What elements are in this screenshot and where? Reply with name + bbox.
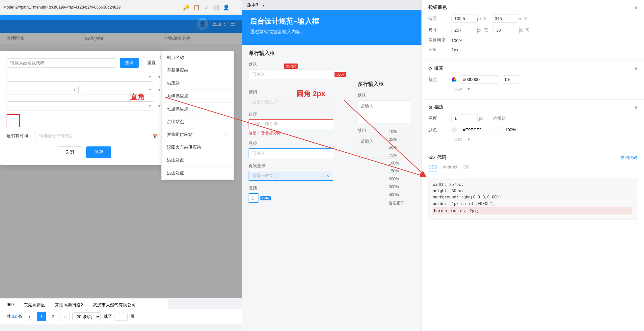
error-input[interactable]: 这是一段文字 — [249, 119, 333, 129]
height-unit: px — [519, 28, 523, 33]
select-1[interactable] — [7, 72, 154, 82]
opacity-25[interactable]: 25% — [387, 136, 407, 143]
fit-window[interactable]: 合适窗口 — [387, 199, 407, 207]
dropdown-item-2[interactable]: 供应站 — [162, 77, 233, 90]
opacity-row: 不透明度 100% — [428, 38, 637, 43]
border-color-label: 颜色 — [428, 127, 448, 133]
dropdown-item-3[interactable]: 九峰供应点 — [162, 90, 233, 103]
pos-x-input[interactable] — [451, 14, 478, 23]
star-icon[interactable]: ☆ — [204, 4, 208, 11]
jump-input[interactable] — [115, 313, 128, 321]
prev-page-btn[interactable]: ‹ — [25, 312, 34, 321]
opacity-100[interactable]: 100% — [387, 160, 407, 166]
fill-color-swatch[interactable] — [451, 77, 457, 82]
re-hover-input[interactable]: 这是一段文字 ✕ — [249, 171, 333, 181]
fill-format-row: HEX ▼ — [428, 87, 637, 91]
fill-color-label: 颜色 — [428, 77, 448, 83]
design-header: 后台设计规范–输入框 通过鼠标或键盘输入内容。 — [242, 10, 421, 45]
form-row-2: ▼ — [7, 85, 161, 94]
design-subtitle: 通过鼠标或键盘输入内容。 — [250, 29, 414, 35]
more-icon[interactable]: ⋮ — [233, 4, 239, 11]
fill-hex-arrow[interactable]: ▼ — [467, 87, 471, 91]
width-field: px 宽 — [451, 26, 488, 34]
opacity-150[interactable]: 150% — [387, 168, 407, 174]
code-label: 代码 — [437, 155, 446, 161]
dropdown-item-9[interactable]: 洪山站点 — [162, 167, 233, 180]
height-field: px 高 — [493, 26, 530, 34]
tab-css[interactable]: CSS — [428, 165, 437, 171]
select-wrapper-3[interactable] — [82, 85, 154, 94]
collapse-border[interactable]: ∧ — [634, 105, 637, 110]
dropdown-item-5[interactable]: 洪山站点 — [162, 115, 233, 128]
border-width-input[interactable] — [451, 114, 478, 122]
close-button[interactable]: 关闭 — [57, 146, 82, 158]
hover-input[interactable]: 请输入 — [249, 148, 333, 158]
dropdown-item-1[interactable]: 革新供应站 — [162, 64, 233, 77]
cert-input[interactable]: 请选择证书有效期 📅 — [36, 131, 161, 141]
height-badge-container: 30px — [335, 72, 346, 77]
opacity-300[interactable]: 300% — [387, 184, 407, 190]
dropdown-more-icon: ⋮ — [224, 132, 228, 137]
code-line-4: border: 1px solid #E9ECF2; — [433, 201, 633, 207]
border-width-unit: px — [479, 116, 483, 121]
select-wrapper-2[interactable] — [7, 85, 79, 94]
dropdown-item-4[interactable]: 七里供应点 — [162, 103, 233, 115]
select-wrapper-1[interactable] — [7, 72, 154, 82]
fill-color-input[interactable] — [460, 75, 499, 84]
pos-y-input[interactable] — [492, 14, 518, 23]
border-color-swatch[interactable] — [451, 127, 457, 133]
code-icon: </> — [428, 155, 435, 160]
fill-section: ◇ 填充 ∧ 颜色 HEX ▼ — [422, 61, 644, 100]
page-1-btn[interactable]: 1 — [37, 312, 46, 321]
dropdown-item-0[interactable]: 站点名称 — [162, 51, 233, 64]
height-input[interactable] — [493, 26, 520, 34]
page-2-btn[interactable]: 2 — [49, 312, 58, 321]
collapse-btn-color[interactable]: ∧ — [634, 5, 637, 10]
browser-icons: 🔑 📋 ☆ ⬜ 👤 ⋮ — [183, 4, 239, 11]
page-size-select[interactable]: 20 条/页 50 条/页 — [72, 312, 101, 321]
pos-y-unit: px — [518, 16, 522, 21]
opacity-50[interactable]: 50% — [387, 144, 407, 151]
save-button[interactable]: 保存 — [86, 146, 111, 158]
tab-android[interactable]: Android — [443, 165, 457, 171]
tab-ios[interactable]: iOS — [463, 165, 470, 171]
fill-color-row: 颜色 — [428, 75, 637, 84]
form-row-1: ▼ — [7, 72, 161, 82]
multi-default-input[interactable] — [358, 100, 410, 123]
window-icon[interactable]: ⬜ — [212, 4, 219, 11]
border-hex-arrow[interactable]: ▼ — [467, 137, 471, 142]
user-icon[interactable]: 👤 — [223, 4, 229, 11]
browser-url: Mode=2#/path1?menuId=db3f0a99-4fac-4128-… — [3, 5, 183, 10]
dropdown-item-7[interactable]: 汉阳火车站供应站 — [162, 141, 233, 154]
position-label: 位置 — [428, 16, 448, 22]
default-input[interactable]: 请输入 — [249, 69, 333, 79]
dropdown-item-8[interactable]: 洪山站点 — [162, 154, 233, 167]
width-input[interactable] — [451, 26, 478, 34]
search-input[interactable] — [7, 58, 117, 68]
border-opacity-input[interactable] — [503, 126, 519, 134]
opacity-400[interactable]: 400% — [387, 191, 407, 198]
dropdown-item-label-9: 洪山站点 — [167, 170, 184, 176]
pos-y-field: px Y — [492, 14, 527, 23]
opacity-200[interactable]: 200% — [387, 176, 407, 182]
fill-opacity-input[interactable] — [503, 75, 519, 84]
copy-code-btn[interactable]: 复制代码 — [620, 155, 637, 161]
dropdown-item-label-3: 九峰供应点 — [167, 93, 188, 99]
clear-icon[interactable]: ✕ — [326, 173, 330, 178]
select-4[interactable] — [7, 101, 154, 111]
opacity-75[interactable]: 75% — [387, 152, 407, 159]
search-button[interactable]: 查询 — [120, 58, 139, 68]
next-page-btn[interactable]: › — [61, 312, 70, 321]
select-3[interactable] — [82, 85, 154, 94]
dropdown-item-6[interactable]: 罗家咀供应站 ⋮ — [162, 128, 233, 141]
reset-button[interactable]: 重置 — [142, 58, 161, 68]
collapse-fill[interactable]: ∧ — [634, 66, 637, 71]
opacity-10[interactable]: 10% — [387, 128, 407, 135]
cert-placeholder: 请选择证书有效期 — [39, 133, 73, 139]
select-2[interactable] — [7, 85, 79, 94]
border-color-input[interactable] — [460, 126, 499, 134]
select-wrapper-4[interactable] — [7, 101, 154, 111]
active-input[interactable]: 1 — [249, 193, 258, 203]
modal-dialog: ✕ 查询 重置 ▼ ▼ — [0, 51, 168, 165]
dropdown-item-label-0: 站点名称 — [167, 55, 184, 61]
